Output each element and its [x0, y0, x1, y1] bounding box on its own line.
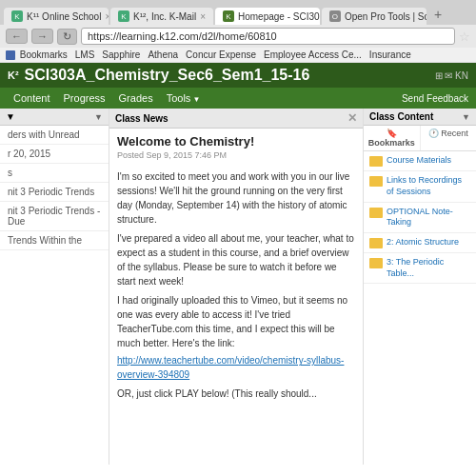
news-close-button[interactable]: ✕: [347, 111, 357, 125]
back-button[interactable]: ←: [6, 29, 28, 44]
bookmark-concur[interactable]: Concur Expense: [186, 50, 256, 60]
tab-label-k11: K¹¹ Online School: [27, 11, 101, 22]
forward-button[interactable]: →: [31, 29, 53, 44]
tab-recent[interactable]: 🕐 Recent: [421, 126, 477, 150]
tab-bar: K K¹¹ Online School × K K¹², Inc. K-Mail…: [0, 0, 476, 25]
right-panel: Class Content ▼ 🔖 Bookmarks 🕐 Recent Cou…: [364, 109, 476, 465]
star-button[interactable]: ☆: [459, 30, 470, 44]
tab-favicon-kmail: K: [118, 10, 129, 22]
tab-bookmarks[interactable]: 🔖 Bookmarks: [364, 126, 421, 150]
bookmark-bookmarks[interactable]: Bookmarks: [6, 50, 68, 60]
right-item-periodic[interactable]: 3: The Periodic Table...: [364, 253, 476, 284]
nav-content[interactable]: Content: [8, 89, 56, 107]
class-content-label: Class Content: [369, 111, 433, 122]
news-para-4: OR, just click PLAY below! (This really …: [117, 387, 355, 401]
right-panel-tabs: 🔖 Bookmarks 🕐 Recent: [364, 126, 476, 151]
tab-close-k11[interactable]: ×: [105, 11, 109, 22]
folder-icon-course: [369, 156, 383, 167]
news-para-1: I'm so excited to meet you and work with…: [117, 169, 355, 227]
tab-kmail[interactable]: K K¹², Inc. K-Mail ×: [110, 8, 213, 25]
tab-openproto[interactable]: O Open Pro Tools | Scre... ×: [322, 8, 426, 25]
nav-bar: Content Progress Grades Tools Send Feedb…: [0, 88, 476, 109]
class-news-label: Class News: [115, 113, 169, 124]
left-item-unit3[interactable]: nit 3 Periodic Trends: [0, 183, 109, 202]
right-panel-header: Class Content ▼: [364, 109, 476, 126]
tab-k11[interactable]: K K¹¹ Online School ×: [4, 8, 109, 25]
center-panel: Class News ✕ Welcome to Chemistry! Poste…: [109, 109, 364, 465]
folder-icon-notes: [369, 208, 383, 218]
page: K² SCI303A_Chemistry_Sec6_Sem1_15-16 ⊞ ✉…: [0, 63, 476, 465]
news-article-date: Posted Sep 9, 2015 7:46 PM: [109, 150, 363, 166]
left-item-date[interactable]: r 20, 2015: [0, 145, 109, 164]
tab-homepage[interactable]: K Homepage - SCI303A ×: [215, 8, 320, 25]
news-para-2: I've prepared a video all about me, your…: [117, 231, 355, 288]
left-panel-dropdown[interactable]: ▼: [94, 112, 103, 122]
nav-progress[interactable]: Progress: [58, 89, 111, 107]
right-item-course-materials[interactable]: Course Materials: [364, 151, 476, 171]
bookmark-insurance[interactable]: Insurance: [369, 50, 411, 60]
site-logo: K²: [8, 69, 19, 81]
nav-links: Content Progress Grades Tools: [8, 89, 206, 107]
bookmark-lms[interactable]: LMS: [75, 50, 95, 60]
address-bar-row: ← → ↻ ☆: [0, 25, 476, 48]
send-feedback-link[interactable]: Send Feedback: [402, 93, 468, 104]
left-item-unit3due[interactable]: nit 3 Periodic Trends - Due: [0, 202, 109, 231]
new-tab-button[interactable]: +: [428, 4, 447, 25]
refresh-button[interactable]: ↻: [57, 29, 77, 45]
bookmark-employee[interactable]: Employee Access Ce...: [264, 50, 362, 60]
bookmark-athena[interactable]: Athena: [148, 50, 178, 60]
tab-label-homepage: Homepage - SCI303A: [238, 11, 320, 22]
right-item-atomic[interactable]: 2: Atomic Structure: [364, 233, 476, 253]
header-icons: ⊞ ✉ KN: [435, 70, 468, 81]
tab-label-kmail: K¹², Inc. K-Mail: [133, 11, 196, 22]
page-title: SCI303A_Chemistry_Sec6_Sem1_15-16: [19, 67, 435, 84]
site-header: K² SCI303A_Chemistry_Sec6_Sem1_15-16 ⊞ ✉…: [0, 63, 476, 88]
tab-favicon-openproto: O: [329, 10, 341, 22]
right-item-note-taking[interactable]: OPTIONAL Note-Taking: [364, 203, 476, 233]
news-article-title: Welcome to Chemistry!: [109, 129, 363, 150]
address-input[interactable]: [81, 28, 455, 45]
right-item-recordings[interactable]: Links to Recordings of Sessions: [364, 171, 476, 202]
tab-favicon-k11: K: [11, 10, 23, 22]
header-right: ⊞ ✉ KN: [435, 70, 468, 81]
center-panel-header: Class News ✕: [109, 109, 363, 129]
left-panel-header: ▼ ▼: [0, 109, 109, 126]
nav-grades[interactable]: Grades: [113, 89, 159, 107]
bookmarks-bar: Bookmarks LMS Sapphire Athena Concur Exp…: [0, 48, 476, 63]
left-panel-title: ▼: [6, 111, 15, 122]
tab-close-kmail[interactable]: ×: [200, 11, 206, 22]
left-panel: ▼ ▼ ders with Unread r 20, 2015 s nit 3 …: [0, 109, 109, 465]
folder-icon-periodic: [369, 258, 383, 268]
tab-favicon-homepage: K: [223, 10, 234, 22]
news-article-body: I'm so excited to meet you and work with…: [109, 166, 363, 405]
folder-icon-atomic: [369, 238, 383, 248]
browser-chrome: K K¹¹ Online School × K K¹², Inc. K-Mail…: [0, 0, 476, 63]
main-content: ▼ ▼ ders with Unread r 20, 2015 s nit 3 …: [0, 109, 476, 465]
left-item-s[interactable]: s: [0, 164, 109, 183]
folder-icon-recordings: [369, 176, 383, 187]
left-item-trends[interactable]: Trends Within the: [0, 231, 109, 250]
news-link[interactable]: http://www.teachertube.com/video/chemist…: [117, 355, 344, 380]
tab-label-openproto: Open Pro Tools | Scre...: [345, 11, 426, 22]
bookmark-sapphire[interactable]: Sapphire: [102, 50, 140, 60]
right-panel-dropdown[interactable]: ▼: [462, 112, 470, 122]
left-item-unread[interactable]: ders with Unread: [0, 126, 109, 145]
bookmark-icon: [6, 50, 15, 60]
nav-tools[interactable]: Tools: [161, 89, 207, 107]
news-para-3: I had originally uploaded this to Vimeo,…: [117, 293, 355, 350]
